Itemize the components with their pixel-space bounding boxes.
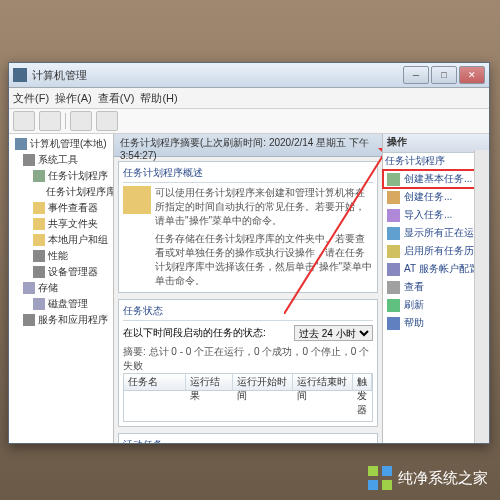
watermark: 纯净系统之家 bbox=[368, 466, 488, 490]
tree-services[interactable]: 服务和应用程序 bbox=[38, 313, 108, 327]
folder-icon bbox=[33, 218, 45, 230]
help-icon bbox=[387, 317, 400, 330]
col-result[interactable]: 运行结果 bbox=[186, 374, 234, 390]
tree-users[interactable]: 本地用户和组 bbox=[48, 233, 108, 247]
watermark-text: 纯净系统之家 bbox=[398, 469, 488, 488]
overview-title: 任务计划程序概述 bbox=[123, 166, 373, 183]
menu-help[interactable]: 帮助(H) bbox=[140, 91, 177, 106]
overview-section: 任务计划程序概述 可以使用任务计划程序来创建和管理计算机将在所指定的时间自动执行… bbox=[118, 161, 378, 293]
tree-perf[interactable]: 性能 bbox=[48, 249, 68, 263]
close-button[interactable]: ✕ bbox=[459, 66, 485, 84]
maximize-button[interactable]: □ bbox=[431, 66, 457, 84]
overview-text2: 任务存储在任务计划程序库的文件夹中。若要查看或对单独任务的操作或执行设操作，请在… bbox=[155, 232, 373, 288]
view-icon bbox=[387, 281, 400, 294]
toolbar bbox=[9, 109, 489, 134]
create-basic-icon bbox=[387, 173, 400, 186]
titlebar[interactable]: 计算机管理 ─ □ ✕ bbox=[9, 63, 489, 88]
properties-button[interactable] bbox=[70, 111, 92, 131]
create-task-icon bbox=[387, 191, 400, 204]
mmc-window: 计算机管理 ─ □ ✕ 文件(F) 操作(A) 查看(V) 帮助(H) 计算机管… bbox=[8, 62, 490, 444]
col-name[interactable]: 任务名 bbox=[124, 374, 186, 390]
services-icon bbox=[23, 314, 35, 326]
status-range-select[interactable]: 过去 24 小时 bbox=[294, 325, 373, 341]
storage-icon bbox=[23, 282, 35, 294]
devmgr-icon bbox=[33, 266, 45, 278]
menu-action[interactable]: 操作(A) bbox=[55, 91, 92, 106]
folder-icon bbox=[33, 202, 45, 214]
tree-systools[interactable]: 系统工具 bbox=[38, 153, 78, 167]
computer-icon bbox=[15, 138, 27, 150]
col-start[interactable]: 运行开始时间 bbox=[233, 374, 293, 390]
tree-tasklib[interactable]: 任务计划程序库 bbox=[46, 185, 114, 199]
tree-storage[interactable]: 存储 bbox=[38, 281, 58, 295]
menu-file[interactable]: 文件(F) bbox=[13, 91, 49, 106]
tools-icon bbox=[23, 154, 35, 166]
watermark-logo bbox=[368, 466, 392, 490]
col-trigger[interactable]: 触发器 bbox=[353, 374, 372, 390]
running-icon bbox=[387, 227, 400, 240]
menubar: 文件(F) 操作(A) 查看(V) 帮助(H) bbox=[9, 88, 489, 109]
main-header: 任务计划程序摘要(上次刷新时间: 2020/2/14 星期五 下午 3:54:2… bbox=[114, 134, 382, 157]
status-section: 任务状态 在以下时间段启动的任务的状态: 过去 24 小时 摘要: 总计 0 -… bbox=[118, 299, 378, 427]
col-end[interactable]: 运行结束时间 bbox=[293, 374, 353, 390]
disk-icon bbox=[33, 298, 45, 310]
actions-scrollbar[interactable] bbox=[474, 150, 489, 443]
refresh-icon bbox=[387, 299, 400, 312]
info-icon bbox=[123, 186, 151, 214]
app-icon bbox=[13, 68, 27, 82]
tree-devmgr[interactable]: 设备管理器 bbox=[48, 265, 98, 279]
nav-tree[interactable]: 计算机管理(本地) 系统工具 任务计划程序 任务计划程序库 事件查看器 共享文件… bbox=[9, 134, 114, 443]
minimize-button[interactable]: ─ bbox=[403, 66, 429, 84]
tree-diskmgr[interactable]: 磁盘管理 bbox=[48, 297, 88, 311]
forward-button[interactable] bbox=[39, 111, 61, 131]
main-pane: 任务计划程序摘要(上次刷新时间: 2020/2/14 星期五 下午 3:54:2… bbox=[114, 134, 382, 443]
actions-pane: 操作 任务计划程序 创建基本任务... 创建任务... 导入任务... 显示所有… bbox=[382, 134, 489, 443]
help-button[interactable] bbox=[96, 111, 118, 131]
task-table-body bbox=[123, 391, 373, 422]
tree-shared[interactable]: 共享文件夹 bbox=[48, 217, 98, 231]
tree-tasksched[interactable]: 任务计划程序 bbox=[48, 169, 108, 183]
overview-text1: 可以使用任务计划程序来创建和管理计算机将在所指定的时间自动执行的常见任务。若要开… bbox=[155, 186, 373, 228]
folder-icon bbox=[33, 234, 45, 246]
import-icon bbox=[387, 209, 400, 222]
perf-icon bbox=[33, 250, 45, 262]
active-title: 活动任务 bbox=[123, 438, 373, 443]
tree-eventviewer[interactable]: 事件查看器 bbox=[48, 201, 98, 215]
task-table-header[interactable]: 任务名 运行结果 运行开始时间 运行结束时间 触发器 bbox=[123, 373, 373, 391]
status-summary: 摘要: 总计 0 - 0 个正在运行，0 个成功，0 个停止，0 个失败 bbox=[123, 345, 373, 373]
menu-view[interactable]: 查看(V) bbox=[98, 91, 135, 106]
status-title: 任务状态 bbox=[123, 304, 373, 321]
clock-icon bbox=[33, 170, 45, 182]
history-icon bbox=[387, 245, 400, 258]
window-title: 计算机管理 bbox=[32, 68, 403, 83]
config-icon bbox=[387, 263, 400, 276]
back-button[interactable] bbox=[13, 111, 35, 131]
status-label: 在以下时间段启动的任务的状态: bbox=[123, 326, 266, 340]
active-section: 活动任务 bbox=[118, 433, 378, 443]
tree-root[interactable]: 计算机管理(本地) bbox=[30, 137, 107, 151]
